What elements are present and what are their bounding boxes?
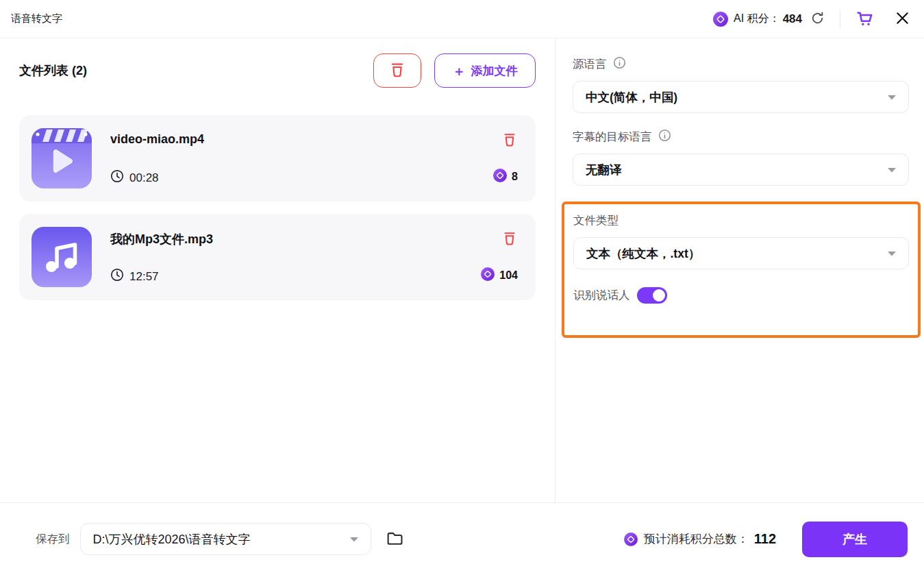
main-content: 文件列表 (2) ＋ 添加文件 [0, 38, 924, 502]
file-row-audio[interactable]: 我的Mp3文件.mp3 12:57 [19, 214, 536, 300]
estimated-cost-value: 112 [754, 531, 776, 547]
source-language-value: 中文(简体，中国) [586, 89, 881, 106]
refresh-icon [810, 11, 825, 27]
estimated-cost-label: 预计消耗积分总数： [644, 531, 749, 547]
ai-credits-icon [481, 267, 495, 284]
plus-icon: ＋ [453, 64, 466, 77]
store-cart-button[interactable] [856, 9, 874, 29]
save-path-value: D:\万兴优转2026\语音转文字 [93, 531, 343, 548]
file-type-select[interactable]: 文本（纯文本，.txt） [573, 237, 909, 269]
window-title: 语音转文字 [11, 12, 62, 25]
settings-panel: 源语言 中文(简体，中国) 字幕的目标语言 [555, 38, 924, 502]
file-list-panel: 文件列表 (2) ＋ 添加文件 [0, 38, 555, 502]
file-name: video-miao.mp4 [110, 132, 493, 147]
highlighted-options-box: 文件类型 文本（纯文本，.txt） 识别说话人 [562, 201, 921, 338]
shopping-cart-icon [856, 9, 874, 29]
footer-summary: 预计消耗积分总数： 112 产生 [624, 522, 908, 557]
title-bar-actions: AI 积分： 484 [713, 9, 910, 29]
trash-icon [388, 61, 406, 81]
file-list-actions: ＋ 添加文件 [373, 53, 536, 88]
ai-credits-value: 484 [783, 12, 802, 26]
target-language-group: 字幕的目标语言 无翻译 [573, 129, 909, 186]
target-language-select[interactable]: 无翻译 [573, 154, 909, 186]
file-info: video-miao.mp4 00:28 [92, 115, 493, 201]
target-language-value: 无翻译 [586, 162, 881, 178]
file-type-value: 文本（纯文本，.txt） [586, 245, 881, 262]
file-row-side: 8 [493, 115, 518, 201]
refresh-credits-button[interactable] [810, 11, 825, 27]
speaker-recognition-toggle[interactable] [637, 287, 667, 304]
speech-to-text-window: 语音转文字 AI 积分： 484 [0, 0, 924, 575]
file-name: 我的Mp3文件.mp3 [110, 231, 481, 247]
delete-all-button[interactable] [373, 53, 421, 88]
file-credit-cost: 8 [493, 169, 518, 185]
close-icon [895, 10, 910, 28]
source-language-select[interactable]: 中文(简体，中国) [573, 81, 909, 113]
ai-credits-icon [624, 533, 638, 546]
info-icon[interactable] [613, 56, 626, 72]
chevron-down-icon [888, 251, 896, 256]
file-duration: 12:57 [110, 268, 481, 285]
footer-bar: 保存到 D:\万兴优转2026\语音转文字 [0, 502, 924, 575]
folder-icon [386, 529, 404, 550]
clock-icon [110, 169, 124, 186]
file-row-video[interactable]: video-miao.mp4 00:28 [19, 115, 536, 201]
file-duration: 00:28 [110, 169, 493, 186]
file-list-header: 文件列表 (2) ＋ 添加文件 [19, 53, 536, 88]
source-language-label: 源语言 [573, 57, 607, 72]
source-language-group: 源语言 中文(简体，中国) [573, 56, 909, 113]
title-bar: 语音转文字 AI 积分： 484 [0, 0, 924, 38]
save-path-select[interactable]: D:\万兴优转2026\语音转文字 [80, 523, 371, 555]
ai-credits-icon [713, 12, 728, 27]
chevron-down-icon [888, 167, 896, 173]
save-to-label: 保存到 [36, 532, 70, 547]
audio-file-icon [32, 227, 92, 287]
topbar-divider [840, 10, 840, 28]
file-info: 我的Mp3文件.mp3 12:57 [92, 214, 481, 300]
file-row-side: 104 [481, 214, 518, 300]
video-file-icon [32, 128, 92, 188]
clock-icon [110, 268, 124, 285]
trash-icon [501, 140, 518, 150]
info-icon[interactable] [658, 129, 671, 145]
file-type-label: 文件类型 [573, 213, 619, 228]
generate-button[interactable]: 产生 [802, 522, 908, 557]
speaker-recognition-row: 识别说话人 [573, 287, 909, 304]
add-files-label: 添加文件 [471, 63, 518, 79]
close-window-button[interactable] [895, 10, 910, 28]
delete-file-button[interactable] [501, 230, 518, 247]
ai-credits-icon [493, 169, 507, 185]
speaker-recognition-label: 识别说话人 [573, 288, 630, 303]
trash-icon [501, 238, 518, 249]
file-list-heading: 文件列表 (2) [19, 62, 87, 79]
ai-credits-label: AI 积分： [734, 12, 780, 26]
chevron-down-icon [350, 537, 358, 542]
delete-file-button[interactable] [501, 132, 518, 148]
toggle-knob [653, 289, 665, 302]
file-credit-cost: 104 [481, 267, 518, 284]
target-language-label: 字幕的目标语言 [573, 130, 652, 145]
add-files-button[interactable]: ＋ 添加文件 [434, 53, 536, 88]
chevron-down-icon [888, 95, 896, 100]
open-folder-button[interactable] [386, 529, 404, 550]
